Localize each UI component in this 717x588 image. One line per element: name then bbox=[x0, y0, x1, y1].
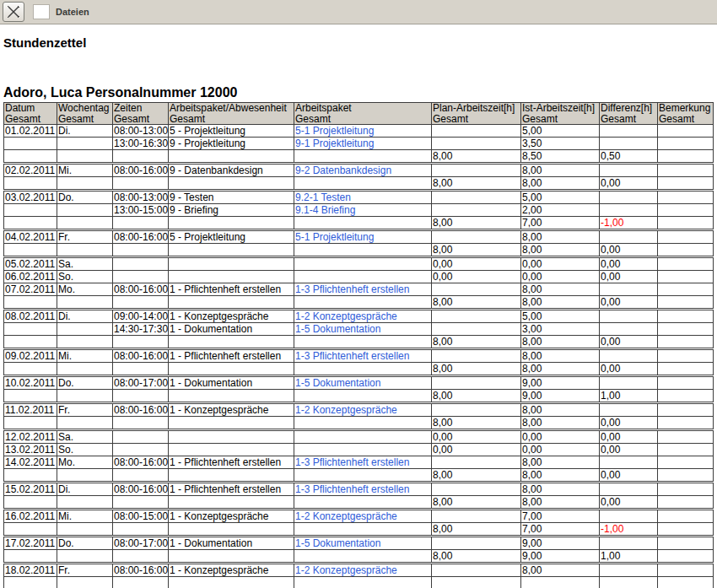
cell-plan bbox=[432, 350, 521, 363]
cell-plan: 8,00 bbox=[432, 390, 521, 402]
arbeitspaket-link[interactable]: 5-1 Projektleitung bbox=[295, 231, 374, 243]
cell-arbeitspaket bbox=[294, 258, 432, 271]
cell-arbeitspaket-abwesenheit bbox=[169, 296, 294, 309]
cell-arbeitspaket: 9-1 Projektleitung bbox=[294, 138, 432, 150]
cell-zeiten: 08:00-13:00 bbox=[113, 192, 169, 204]
cell-arbeitspaket-abwesenheit bbox=[169, 177, 294, 190]
cell-wochentag bbox=[57, 390, 113, 402]
table-row: 13.02.2011So.0,000,000,00 bbox=[4, 444, 714, 456]
cell-bemerkung bbox=[658, 244, 714, 256]
arbeitspaket-link[interactable]: 1-5 Dokumentation bbox=[295, 323, 380, 335]
cell-bemerkung bbox=[658, 165, 714, 177]
cell-ist: 9,00 bbox=[521, 537, 600, 550]
arbeitspaket-link[interactable]: 1-3 Pflichtenheft erstellen bbox=[295, 456, 409, 468]
cell-bemerkung bbox=[658, 283, 714, 296]
table-body: 01.02.2011Di.08:00-13:005 - Projektleitu… bbox=[4, 125, 714, 588]
cell-plan bbox=[432, 577, 521, 588]
cell-datum: 07.02.2011 bbox=[4, 283, 57, 296]
cell-ist: 8,00 bbox=[521, 456, 600, 469]
cell-wochentag: Mo. bbox=[57, 283, 113, 296]
table-row: 8,008,000,00 bbox=[4, 469, 714, 482]
arbeitspaket-link[interactable]: 1-3 Pflichtenheft erstellen bbox=[295, 350, 409, 362]
arbeitspaket-link[interactable]: 1-2 Konzeptgespräche bbox=[295, 564, 397, 576]
cell-arbeitspaket-abwesenheit bbox=[169, 431, 294, 444]
cell-plan: 8,00 bbox=[432, 496, 521, 509]
cell-wochentag bbox=[57, 217, 113, 229]
cell-plan bbox=[432, 456, 521, 469]
arbeitspaket-link[interactable]: 9-1 Projektleitung bbox=[295, 138, 374, 149]
cell-zeiten bbox=[113, 523, 169, 536]
cell-differenz: 0,00 bbox=[600, 496, 658, 509]
arbeitspaket-link[interactable]: 9.1-4 Briefing bbox=[295, 204, 355, 216]
arbeitspaket-link[interactable]: 1-5 Dokumentation bbox=[295, 377, 380, 389]
cell-differenz: 0,00 bbox=[600, 336, 658, 348]
cell-arbeitspaket: 1-3 Pflichtenheft erstellen bbox=[294, 456, 432, 469]
table-row: 01.02.2011Di.08:00-13:005 - Projektleitu… bbox=[4, 125, 714, 138]
table-header: DatumGesamtWochentagGesamtZeitenGesamtAr… bbox=[4, 103, 714, 125]
arbeitspaket-link[interactable]: 5-1 Projektleitung bbox=[295, 125, 374, 137]
cell-plan: 8,00 bbox=[432, 550, 521, 563]
cell-arbeitspaket bbox=[294, 444, 432, 456]
column-header-2: ZeitenGesamt bbox=[113, 103, 169, 125]
cell-arbeitspaket bbox=[294, 523, 432, 536]
cell-zeiten: 08:00-16:00 bbox=[113, 350, 169, 363]
cell-zeiten: 13:00-16:30 bbox=[113, 138, 169, 150]
cell-wochentag: Di. bbox=[57, 310, 113, 323]
table-row: 13:00-16:309 - Projektleitung9-1 Projekt… bbox=[4, 138, 714, 150]
cell-arbeitspaket: 9-2 Datenbankdesign bbox=[294, 165, 432, 177]
arbeitspaket-link[interactable]: 1-2 Konzeptgespräche bbox=[295, 310, 397, 322]
arbeitspaket-link[interactable]: 1-3 Pflichtenheft erstellen bbox=[295, 283, 409, 295]
cell-differenz: 0,00 bbox=[600, 469, 658, 482]
cell-ist: 8,50 bbox=[521, 150, 600, 163]
cell-wochentag: Mo. bbox=[57, 456, 113, 469]
blank-icon-box[interactable] bbox=[33, 4, 50, 19]
column-header-0: DatumGesamt bbox=[4, 103, 57, 125]
arbeitspaket-link[interactable]: 9.2-1 Testen bbox=[295, 192, 351, 203]
cell-datum bbox=[4, 417, 57, 429]
cell-arbeitspaket-abwesenheit bbox=[169, 363, 294, 375]
cell-bemerkung bbox=[658, 363, 714, 375]
cell-datum bbox=[4, 523, 57, 536]
cell-arbeitspaket bbox=[294, 271, 432, 283]
cell-datum: 08.02.2011 bbox=[4, 310, 57, 323]
cell-ist: 9,00 bbox=[521, 390, 600, 402]
cell-arbeitspaket bbox=[294, 217, 432, 229]
cell-datum bbox=[4, 217, 57, 229]
cell-bemerkung bbox=[658, 336, 714, 348]
cell-ist bbox=[521, 577, 600, 588]
arbeitspaket-link[interactable]: 1-3 Pflichtenheft erstellen bbox=[295, 483, 409, 495]
report-area: Stundenzettel Adoro, Luca Personalnummer… bbox=[0, 35, 717, 588]
cell-arbeitspaket-abwesenheit bbox=[169, 258, 294, 271]
cell-wochentag bbox=[57, 296, 113, 309]
cell-zeiten bbox=[113, 363, 169, 375]
cell-arbeitspaket-abwesenheit bbox=[169, 577, 294, 588]
cell-differenz: 0,00 bbox=[600, 271, 658, 283]
cell-differenz: 0,50 bbox=[600, 150, 658, 163]
cell-arbeitspaket-abwesenheit bbox=[169, 150, 294, 163]
cell-arbeitspaket bbox=[294, 496, 432, 509]
arbeitspaket-link[interactable]: 1-2 Konzeptgespräche bbox=[295, 510, 397, 522]
page-title: Stundenzettel bbox=[3, 35, 714, 50]
cell-wochentag bbox=[57, 523, 113, 536]
cell-datum bbox=[4, 296, 57, 309]
cell-zeiten: 08:00-17:00 bbox=[113, 377, 169, 390]
cell-arbeitspaket: 5-1 Projektleitung bbox=[294, 231, 432, 244]
cell-datum: 15.02.2011 bbox=[4, 483, 57, 496]
cell-wochentag bbox=[57, 417, 113, 429]
cell-arbeitspaket-abwesenheit: 9 - Testen bbox=[169, 192, 294, 204]
arbeitspaket-link[interactable]: 1-2 Konzeptgespräche bbox=[295, 404, 397, 416]
timesheet-table: DatumGesamtWochentagGesamtZeitenGesamtAr… bbox=[3, 102, 714, 588]
cell-zeiten bbox=[113, 217, 169, 229]
close-button[interactable] bbox=[3, 2, 24, 22]
cell-plan bbox=[432, 537, 521, 550]
arbeitspaket-link[interactable]: 9-2 Datenbankdesign bbox=[295, 165, 391, 176]
cell-arbeitspaket-abwesenheit bbox=[169, 417, 294, 429]
arbeitspaket-link[interactable]: 1-5 Dokumentation bbox=[295, 537, 380, 549]
cell-arbeitspaket: 1-2 Konzeptgespräche bbox=[294, 404, 432, 417]
table-row: 8,008,000,00 bbox=[4, 496, 714, 509]
cell-bemerkung bbox=[658, 564, 714, 577]
cell-plan bbox=[432, 204, 521, 217]
cell-bemerkung bbox=[658, 404, 714, 417]
cell-datum bbox=[4, 204, 57, 217]
table-row: 8,008,000,00 bbox=[4, 177, 714, 190]
